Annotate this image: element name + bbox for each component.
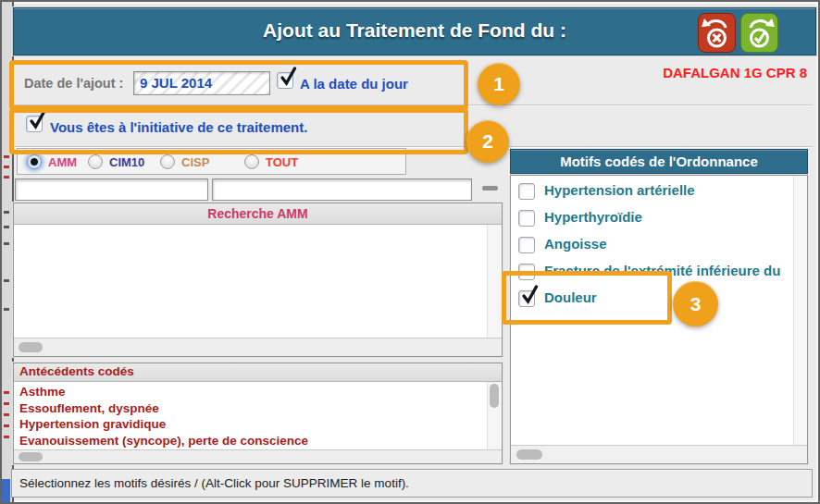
- antecedents-panel: Antécédents codés Asthme Essouflement, d…: [13, 363, 503, 464]
- motif-checkbox[interactable]: [518, 290, 535, 307]
- motif-row[interactable]: Angoisse: [511, 237, 789, 255]
- motif-checkbox[interactable]: [518, 237, 535, 253]
- motifs-header: Motifs codés de l'Ordonnance: [510, 149, 808, 174]
- radio-cim10-label: CIM10: [109, 155, 144, 169]
- motif-row[interactable]: Douleur: [511, 290, 789, 311]
- checkmark-icon: [279, 66, 298, 87]
- initiative-checkbox-label: Vous êtes à l'initiative de ce traitemen…: [50, 119, 307, 135]
- recherche-amm-hscrollbar[interactable]: [14, 338, 502, 356]
- radio-tout[interactable]: [244, 154, 259, 169]
- scroll-thumb[interactable]: [490, 384, 499, 408]
- undo-cancel-icon: [699, 14, 735, 52]
- initiative-checkbox[interactable]: [26, 116, 43, 132]
- recherche-amm-vscrollbar[interactable]: [487, 225, 502, 338]
- today-checkbox[interactable]: [277, 72, 293, 89]
- motif-checkbox[interactable]: [518, 210, 535, 227]
- motif-label: Hypertension artérielle: [544, 182, 695, 198]
- add-treatment-dialog: Ajout au Traitement de Fond du : DAFALGA…: [0, 0, 820, 504]
- motif-label: Douleur: [544, 289, 597, 305]
- scroll-thumb[interactable]: [516, 449, 542, 460]
- radio-cisp[interactable]: [160, 154, 175, 169]
- cancel-button[interactable]: [698, 13, 736, 53]
- today-checkbox-label: A la date du jour: [300, 76, 408, 92]
- scroll-thumb[interactable]: [19, 452, 43, 461]
- divider: [13, 104, 813, 106]
- motif-checkbox[interactable]: [518, 183, 535, 200]
- motif-row[interactable]: Fracture de l'extrémité inférieure du: [511, 264, 801, 282]
- antecedents-title: Antécédents codés: [14, 363, 502, 382]
- radio-cim10[interactable]: [88, 154, 103, 169]
- redo-confirm-icon: [741, 14, 777, 52]
- motifs-panel: Hypertension artérielle Hyperthyroïdie A…: [510, 175, 808, 464]
- antecedent-item[interactable]: Essouflement, dyspnée: [14, 400, 502, 417]
- splitter-handle-icon[interactable]: [482, 186, 498, 191]
- date-label: Date de l'ajout :: [24, 76, 123, 91]
- antecedent-item[interactable]: Asthme: [14, 384, 502, 400]
- title-bar: Ajout au Traitement de Fond du :: [13, 7, 816, 55]
- motif-row[interactable]: Hyperthyroïdie: [511, 210, 789, 228]
- date-input[interactable]: 9 JUL 2014: [133, 71, 270, 95]
- status-bar: Sélectionnez les motifs désirés / (Alt-C…: [11, 469, 813, 498]
- recherche-amm-panel: Recherche AMM: [13, 203, 503, 357]
- confirm-button[interactable]: [740, 13, 778, 53]
- checkmark-icon: [28, 109, 47, 130]
- scroll-thumb[interactable]: [19, 342, 43, 352]
- motifs-vscrollbar[interactable]: [793, 176, 807, 446]
- antecedent-item[interactable]: Hypertension gravidique: [14, 416, 502, 433]
- motif-label: Hyperthyroïdie: [544, 209, 642, 225]
- motif-label: Fracture de l'extrémité inférieure du: [544, 264, 780, 278]
- search-input-2[interactable]: [212, 178, 472, 201]
- radio-amm-label: AMM: [48, 155, 77, 169]
- antecedents-vscrollbar[interactable]: [487, 382, 502, 450]
- drug-name-label: DAFALGAN 1G CPR 8: [663, 65, 807, 80]
- annotation-badge-3: 3: [673, 281, 718, 326]
- search-input-1[interactable]: [15, 178, 208, 201]
- checkmark-icon: [520, 284, 540, 305]
- dialog-title: Ajout au Traitement de Fond du :: [14, 8, 815, 53]
- radio-cisp-label: CISP: [181, 155, 209, 169]
- annotation-badge-1: 1: [478, 63, 520, 105]
- motif-row[interactable]: Hypertension artérielle: [511, 183, 789, 202]
- search-filter-group: AMM CIM10 CISP TOUT: [17, 148, 406, 175]
- radio-amm[interactable]: [27, 154, 42, 169]
- recherche-amm-title: Recherche AMM: [14, 203, 502, 225]
- motifs-hscrollbar[interactable]: [511, 445, 807, 463]
- antecedents-hscrollbar[interactable]: [14, 449, 502, 463]
- radio-tout-label: TOUT: [266, 155, 298, 169]
- motif-label: Angoisse: [544, 236, 607, 252]
- annotation-badge-2: 2: [466, 120, 509, 163]
- antecedent-item[interactable]: Evanouissement (syncope), perte de consc…: [14, 433, 502, 449]
- motif-checkbox[interactable]: [518, 264, 535, 280]
